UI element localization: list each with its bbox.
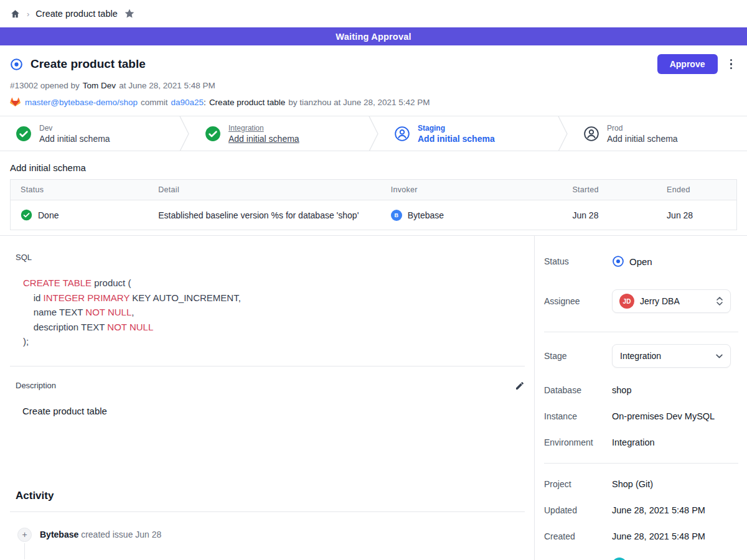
- pipeline-stages: Dev Add initial schema Integration Add i…: [0, 116, 747, 151]
- stage-task-label: Add initial schema: [228, 134, 299, 144]
- commit-author-time: by tianzhou at June 28, 2021 5:42 PM: [288, 98, 430, 107]
- issue-author: Tom Dev: [83, 81, 116, 90]
- issue-sidebar: Status Open Assignee JD Jerry DBA Stage …: [534, 236, 747, 560]
- divider: [544, 463, 738, 464]
- more-actions-icon[interactable]: [725, 55, 738, 73]
- project-value[interactable]: Shop (Git): [612, 479, 653, 489]
- stage-task-label: Add initial schema: [607, 134, 678, 144]
- issue-opened-time: at June 28, 2021 5:48 PM: [119, 81, 215, 90]
- sidebar-row-stage: Stage Integration: [544, 344, 738, 368]
- stage-env-label: Dev: [39, 124, 110, 133]
- assignee-select[interactable]: JD Jerry DBA: [612, 289, 731, 313]
- col-started: Started: [562, 180, 657, 200]
- sidebar-row-created: Created June 28, 2021 5:48 PM: [544, 531, 738, 541]
- stage-prod[interactable]: Prod Add initial schema: [568, 116, 747, 151]
- commit-word: commit: [141, 98, 168, 107]
- assignee-label: Assignee: [544, 296, 612, 306]
- sidebar-row-database: Database shop: [544, 385, 738, 395]
- environment-value: Integration: [612, 437, 655, 447]
- edit-pencil-icon[interactable]: [515, 381, 525, 391]
- gitlab-icon: [10, 97, 21, 107]
- task-section-title: Add initial schema: [10, 162, 737, 173]
- issue-id-text: #13002 opened by: [10, 81, 80, 90]
- instance-value: On-premises Dev MySQL: [612, 411, 715, 421]
- divider: [544, 332, 738, 332]
- stage-staging[interactable]: Staging Add initial schema: [378, 116, 558, 151]
- timeline-connector: [24, 543, 25, 559]
- col-invoker: Invoker: [381, 180, 563, 200]
- database-value: shop: [612, 385, 631, 395]
- activity-actor: Bytebase: [40, 530, 78, 539]
- stage-separator: [179, 116, 189, 151]
- breadcrumb-title[interactable]: Create product table: [35, 9, 117, 19]
- stage-label: Stage: [544, 351, 612, 361]
- created-label: Created: [544, 531, 612, 541]
- assignee-avatar: JD: [619, 294, 634, 309]
- sql-label: SQL: [16, 253, 525, 262]
- activity-title: Activity: [16, 490, 525, 502]
- stage-env-label: Integration: [228, 124, 299, 133]
- banner-text: Waiting Approval: [336, 32, 411, 42]
- description-text[interactable]: Create product table: [22, 406, 525, 416]
- sidebar-row-creator: Creator TD Tom Dev: [544, 558, 738, 560]
- sql-code: CREATE TABLE product ( id INTEGER PRIMAR…: [23, 276, 525, 349]
- assignee-value: Jerry DBA: [640, 296, 710, 306]
- status-value: Open: [629, 256, 652, 267]
- stage-integration[interactable]: Integration Add initial schema: [189, 116, 369, 151]
- breadcrumb: › Create product table: [0, 0, 747, 27]
- task-status: Done: [38, 210, 59, 220]
- issue-header: Create product table Approve #13002 open…: [0, 45, 747, 116]
- stage-separator: [369, 116, 378, 151]
- task-started: Jun 28: [562, 200, 657, 230]
- page-title: Create product table: [31, 57, 146, 71]
- person-circle-icon: [394, 126, 410, 142]
- table-header-row: Status Detail Invoker Started Ended: [11, 180, 737, 200]
- person-circle-icon: [583, 126, 599, 142]
- commit-hash-link[interactable]: da90a25: [171, 98, 204, 107]
- status-label: Status: [544, 256, 612, 266]
- task-invoker: Bytebase: [408, 210, 444, 220]
- commit-message: Create product table: [209, 98, 285, 107]
- instance-label: Instance: [544, 411, 612, 421]
- check-circle-icon: [205, 126, 221, 142]
- stage-dev[interactable]: Dev Add initial schema: [0, 116, 179, 151]
- col-ended: Ended: [657, 180, 736, 200]
- description-label: Description: [16, 381, 56, 390]
- stage-select[interactable]: Integration: [612, 344, 731, 368]
- project-label: Project: [544, 479, 612, 489]
- col-status: Status: [11, 180, 149, 200]
- task-ended: Jun 28: [657, 200, 736, 230]
- divider: [10, 511, 525, 512]
- commit-line: master@bytebase-demo/shop commit da90a25…: [10, 97, 737, 107]
- chevron-updown-icon: [716, 296, 723, 306]
- stage-env-label: Prod: [607, 124, 678, 133]
- chevron-right-icon: ›: [27, 9, 29, 19]
- sidebar-row-updated: Updated June 28, 2021 5:48 PM: [544, 505, 738, 515]
- issue-open-icon: [10, 58, 23, 71]
- sidebar-row-status: Status Open: [544, 255, 738, 268]
- star-icon[interactable]: [124, 8, 135, 19]
- issue-meta: #13002 opened by Tom Dev at June 28, 202…: [10, 81, 737, 90]
- home-icon[interactable]: [10, 9, 21, 19]
- open-radio-icon: [612, 255, 624, 268]
- activity-item: + Bytebase created issue Jun 28: [17, 528, 525, 542]
- sidebar-row-assignee: Assignee JD Jerry DBA: [544, 289, 738, 313]
- done-check-icon: [21, 209, 32, 221]
- issue-detail-panel: SQL CREATE TABLE product ( id INTEGER PR…: [0, 236, 534, 560]
- plus-icon: +: [17, 528, 32, 542]
- stage-env-label: Staging: [418, 124, 495, 133]
- divider: [10, 366, 525, 366]
- stage-task-label: Add initial schema: [418, 134, 495, 144]
- created-value: June 28, 2021 5:48 PM: [612, 531, 705, 541]
- commit-colon: :: [204, 98, 206, 107]
- approve-button[interactable]: Approve: [657, 54, 718, 74]
- commit-branch-link[interactable]: master@bytebase-demo/shop: [25, 98, 138, 107]
- table-row[interactable]: Done Established baseline version %s for…: [11, 200, 737, 230]
- sidebar-row-instance: Instance On-premises Dev MySQL: [544, 411, 738, 421]
- sidebar-row-environment: Environment Integration: [544, 437, 738, 447]
- task-detail: Established baseline version %s for data…: [148, 200, 380, 230]
- database-label: Database: [544, 385, 612, 395]
- stage-separator: [558, 116, 568, 151]
- stage-task-label: Add initial schema: [39, 134, 110, 144]
- updated-label: Updated: [544, 505, 612, 515]
